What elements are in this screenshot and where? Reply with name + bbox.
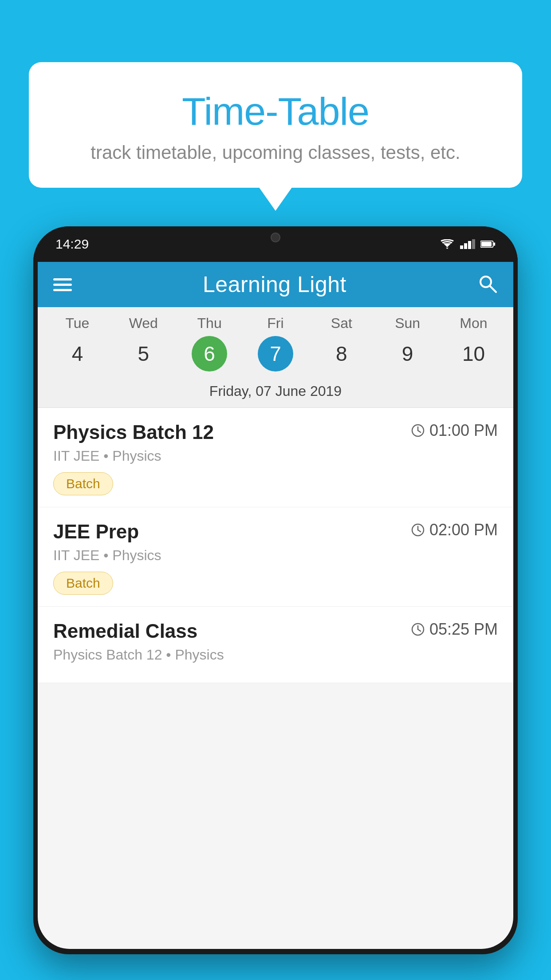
day-number[interactable]: 10 — [456, 336, 491, 371]
svg-rect-7 — [494, 242, 496, 245]
app-title: Learning Light — [203, 272, 346, 297]
day-number[interactable]: 6 — [192, 336, 227, 371]
battery-icon — [480, 239, 496, 249]
schedule-item-meta: IIT JEE • Physics — [53, 547, 498, 564]
day-col-sat[interactable]: Sat8 — [315, 315, 368, 371]
status-time: 14:29 — [55, 237, 89, 252]
svg-line-13 — [418, 431, 421, 432]
svg-rect-3 — [464, 243, 467, 249]
day-col-fri[interactable]: Fri7 — [249, 315, 302, 371]
day-col-thu[interactable]: Thu6 — [183, 315, 236, 371]
day-number[interactable]: 9 — [390, 336, 425, 371]
schedule-list: Physics Batch 1201:00 PMIIT JEE • Physic… — [38, 408, 513, 683]
bubble-title: Time-Table — [51, 89, 500, 134]
day-name: Tue — [65, 315, 89, 332]
day-name: Thu — [197, 315, 222, 332]
day-number[interactable]: 8 — [324, 336, 359, 371]
day-col-tue[interactable]: Tue4 — [51, 315, 104, 371]
svg-rect-4 — [468, 241, 471, 249]
clock-icon — [411, 622, 425, 636]
search-icon[interactable] — [477, 273, 498, 296]
day-number[interactable]: 5 — [126, 336, 161, 371]
svg-rect-8 — [481, 242, 492, 247]
days-row: Tue4Wed5Thu6Fri7Sat8Sun9Mon10 — [38, 315, 513, 371]
batch-badge: Batch — [53, 472, 113, 495]
svg-rect-2 — [460, 245, 463, 249]
phone-outer: 14:29 — [33, 226, 518, 954]
schedule-item-meta: Physics Batch 12 • Physics — [53, 647, 498, 663]
batch-badge: Batch — [53, 572, 113, 595]
hamburger-menu-icon[interactable] — [53, 278, 72, 291]
status-icons — [440, 239, 496, 249]
day-name: Sat — [331, 315, 352, 332]
svg-marker-0 — [443, 243, 451, 247]
speech-bubble-container: Time-Table track timetable, upcoming cla… — [29, 62, 522, 188]
day-name: Sun — [395, 315, 420, 332]
day-number[interactable]: 7 — [258, 336, 293, 371]
day-name: Fri — [267, 315, 283, 332]
calendar-strip: Tue4Wed5Thu6Fri7Sat8Sun9Mon10 Friday, 07… — [38, 307, 513, 407]
camera-dot — [271, 233, 280, 242]
phone-screen: Learning Light Tue4Wed5Thu6Fri7Sat8Sun9M… — [38, 262, 513, 949]
schedule-item-meta: IIT JEE • Physics — [53, 448, 498, 464]
clock-icon — [411, 423, 425, 438]
clock-icon — [411, 523, 425, 537]
day-name: Wed — [129, 315, 158, 332]
bubble-subtitle: track timetable, upcoming classes, tests… — [51, 142, 500, 163]
schedule-item-top: Remedial Class05:25 PM — [53, 620, 498, 642]
signal-icon — [460, 239, 475, 249]
schedule-item-time: 02:00 PM — [411, 521, 498, 539]
selected-date-label: Friday, 07 June 2019 — [38, 377, 513, 407]
schedule-item-title: Physics Batch 12 — [53, 421, 214, 443]
svg-line-16 — [418, 530, 421, 532]
schedule-item[interactable]: Physics Batch 1201:00 PMIIT JEE • Physic… — [38, 408, 513, 507]
wifi-icon — [440, 239, 455, 249]
svg-rect-5 — [472, 239, 475, 249]
schedule-item-time: 05:25 PM — [411, 620, 498, 639]
day-name: Mon — [460, 315, 487, 332]
schedule-item-time: 01:00 PM — [411, 421, 498, 440]
schedule-item[interactable]: JEE Prep02:00 PMIIT JEE • PhysicsBatch — [38, 507, 513, 607]
day-col-mon[interactable]: Mon10 — [447, 315, 500, 371]
schedule-item-top: JEE Prep02:00 PM — [53, 521, 498, 543]
day-col-wed[interactable]: Wed5 — [117, 315, 170, 371]
app-header: Learning Light — [38, 262, 513, 307]
day-col-sun[interactable]: Sun9 — [381, 315, 434, 371]
schedule-item-title: JEE Prep — [53, 521, 139, 543]
day-number[interactable]: 4 — [59, 336, 95, 371]
schedule-item-top: Physics Batch 1201:00 PM — [53, 421, 498, 443]
schedule-item[interactable]: Remedial Class05:25 PMPhysics Batch 12 •… — [38, 607, 513, 683]
status-bar: 14:29 — [33, 226, 518, 262]
svg-line-10 — [490, 286, 496, 292]
schedule-item-title: Remedial Class — [53, 620, 197, 642]
svg-line-19 — [418, 629, 421, 631]
speech-bubble: Time-Table track timetable, upcoming cla… — [29, 62, 522, 188]
notch — [249, 226, 302, 249]
phone-mockup: 14:29 — [33, 226, 518, 980]
svg-marker-1 — [446, 248, 449, 249]
